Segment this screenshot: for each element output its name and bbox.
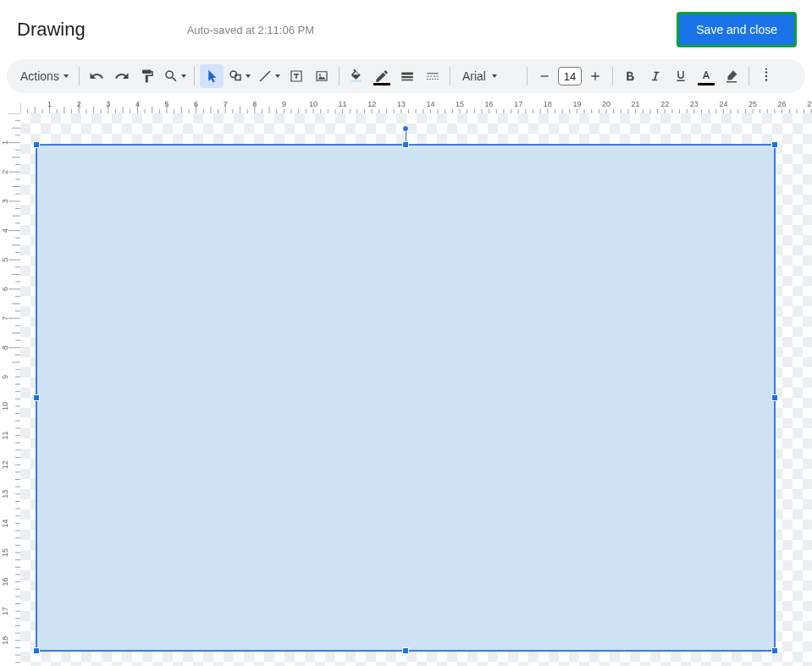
font-family-select[interactable]: Arial [456,64,522,88]
svg-text:18: 18 [1,636,9,645]
svg-text:17: 17 [514,100,522,108]
svg-text:3: 3 [106,100,110,108]
canvas[interactable] [20,113,812,666]
paint-roller-icon [140,69,155,84]
underline-button[interactable] [669,64,693,88]
svg-text:9: 9 [282,100,286,108]
image-icon [314,69,329,84]
highlighter-icon [724,69,739,84]
paint-format-button[interactable] [135,64,159,88]
minus-icon [538,69,551,83]
resize-handle-n[interactable] [402,141,409,148]
svg-text:13: 13 [397,100,406,108]
zoom-button[interactable] [161,64,189,88]
toolbar: Actions Arial [7,59,805,93]
svg-text:15: 15 [1,548,9,557]
font-size-input[interactable] [558,67,582,85]
svg-text:27: 27 [807,100,812,108]
selected-rectangle-shape[interactable] [36,144,776,652]
resize-handle-se[interactable] [771,647,778,654]
font-family-label: Arial [462,69,486,83]
svg-text:8: 8 [1,345,9,350]
shapes-icon [228,69,243,84]
fill-color-button[interactable] [345,64,368,88]
highlight-color-button[interactable] [720,64,743,88]
svg-text:12: 12 [367,100,376,108]
zoom-icon [163,69,179,84]
resize-handle-s[interactable] [402,647,409,654]
font-size-decrease-button[interactable] [533,64,556,88]
line-weight-icon [400,69,415,84]
svg-point-0 [319,74,321,75]
rotation-handle[interactable] [402,125,409,132]
svg-text:13: 13 [1,490,9,498]
border-weight-button[interactable] [395,64,419,88]
undo-button[interactable] [85,64,108,88]
cursor-icon [204,69,219,84]
pencil-icon [374,69,389,84]
text-color-button[interactable] [694,64,718,88]
border-color-button[interactable] [370,64,394,88]
image-button[interactable] [310,64,334,88]
svg-text:3: 3 [1,199,9,203]
workspace: 1234567891011121314151617181920212223242… [0,100,812,666]
separator [748,67,749,85]
resize-handle-w[interactable] [33,394,40,401]
svg-text:11: 11 [1,432,9,440]
svg-text:2: 2 [77,100,81,108]
horizontal-ruler[interactable]: 1234567891011121314151617181920212223242… [20,100,812,113]
svg-text:17: 17 [1,607,9,615]
redo-button[interactable] [110,64,134,88]
svg-text:25: 25 [748,100,757,108]
separator [194,67,195,85]
svg-text:19: 19 [572,100,581,108]
border-dash-button[interactable] [421,64,445,88]
font-size-increase-button[interactable] [583,64,607,88]
svg-text:10: 10 [1,402,9,410]
svg-text:5: 5 [164,100,168,108]
text-color-icon [699,69,714,84]
svg-text:16: 16 [485,100,494,108]
svg-text:26: 26 [778,100,787,108]
text-box-button[interactable] [284,64,308,88]
save-and-close-button[interactable]: Save and close [677,12,797,47]
actions-menu-button[interactable]: Actions [15,64,74,88]
separator [339,67,340,85]
bold-button[interactable] [618,64,642,88]
svg-text:14: 14 [426,100,434,108]
italic-icon [648,69,663,84]
svg-text:4: 4 [135,100,140,108]
text-box-icon [289,69,304,84]
resize-handle-sw[interactable] [33,647,40,654]
svg-text:24: 24 [719,100,727,108]
svg-text:4: 4 [1,228,9,233]
more-options-button[interactable] [754,64,778,88]
bold-icon [622,69,638,84]
svg-text:9: 9 [1,375,9,379]
svg-text:12: 12 [1,460,9,469]
svg-text:7: 7 [1,316,9,321]
line-tool-button[interactable] [255,64,283,88]
svg-text:15: 15 [456,100,464,108]
svg-point-4 [765,79,768,81]
select-tool-button[interactable] [200,64,224,88]
svg-text:10: 10 [309,100,318,108]
svg-text:6: 6 [1,287,9,291]
resize-handle-e[interactable] [771,394,778,401]
resize-handle-nw[interactable] [33,141,40,148]
dialog-header: Drawing Auto-saved at 2:11:06 PM Save an… [0,0,812,59]
separator [79,67,80,85]
shape-tool-button[interactable] [225,64,253,88]
resize-handle-ne[interactable] [771,141,778,148]
svg-point-1 [765,71,768,74]
svg-text:8: 8 [252,100,257,108]
separator [527,67,528,85]
vertical-ruler[interactable]: 12345678910111213141516171819 [0,113,20,666]
autosave-status: Auto-saved at 2:11:06 PM [187,24,314,36]
svg-text:7: 7 [224,100,228,108]
svg-text:23: 23 [690,100,699,108]
svg-text:14: 14 [1,519,9,527]
svg-text:21: 21 [632,100,640,108]
italic-button[interactable] [644,64,667,88]
svg-point-2 [765,69,768,69]
